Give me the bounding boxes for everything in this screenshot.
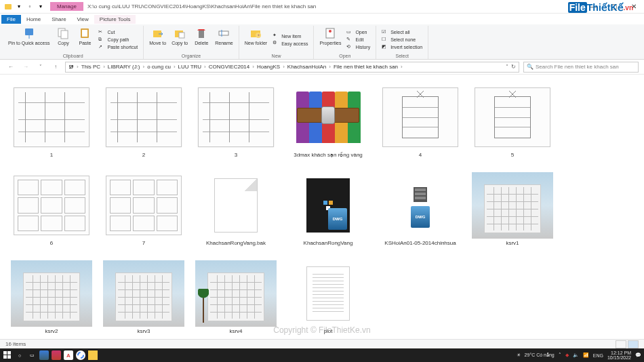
tray-lang[interactable]: ENG — [593, 353, 603, 358]
select-none-button[interactable]: ☐Select none — [380, 37, 424, 43]
tab-view[interactable]: View — [72, 15, 94, 24]
copy-button[interactable]: Copy — [54, 26, 73, 54]
copy-path-button[interactable]: ⧉Copy path — [97, 37, 139, 43]
tray-icon[interactable]: ◆ — [565, 353, 569, 358]
tray-icon[interactable]: 📶 — [583, 353, 589, 358]
file-label: KhachsanRongVang — [304, 240, 353, 247]
file-label: ksrv3 — [137, 328, 150, 335]
file-item[interactable]: 2 — [98, 81, 190, 169]
task-search-button[interactable]: ○ — [15, 350, 24, 360]
new-folder-button[interactable]: ✦New folder — [243, 26, 268, 54]
view-icons-button[interactable] — [628, 340, 639, 348]
tab-share[interactable]: Share — [46, 15, 71, 24]
file-item[interactable]: ksrv4 — [190, 258, 282, 339]
qat-dropdown-icon[interactable]: ▾ — [15, 3, 23, 11]
paste-shortcut-button[interactable]: ↗Paste shortcut — [97, 44, 139, 51]
recent-dropdown[interactable]: ˅ — [35, 62, 46, 73]
search-box[interactable]: 🔍 Search File nen thiet ke khach san — [523, 62, 639, 73]
invert-icon: ◩ — [382, 44, 388, 51]
qat-new-icon[interactable]: ▾ — [37, 3, 45, 11]
svg-rect-20 — [415, 197, 426, 199]
newfolder-icon: ✦ — [249, 27, 262, 39]
back-button[interactable]: ← — [5, 62, 16, 73]
pin-quickaccess-button[interactable]: Pin to Quick access — [7, 26, 51, 54]
select-all-button[interactable]: ☑Select all — [380, 29, 424, 36]
svg-rect-10 — [219, 31, 228, 35]
rename-button[interactable]: Rename — [214, 26, 234, 54]
file-item[interactable]: 3 — [190, 81, 282, 169]
weather-text[interactable]: 29°C Có nắng — [525, 353, 555, 358]
file-item[interactable]: 7 — [98, 169, 190, 258]
file-label: 2 — [142, 152, 145, 159]
file-item[interactable]: 4 — [374, 81, 466, 169]
file-item[interactable]: 5 — [466, 81, 559, 169]
svg-rect-19 — [415, 193, 426, 195]
easyaccess-icon: ⚙ — [273, 40, 279, 47]
paste-button[interactable]: Paste — [75, 26, 94, 54]
clock[interactable]: 12:12 PM 10/15/2022 — [607, 350, 631, 360]
crumb[interactable]: o cung cu — [147, 64, 171, 70]
task-app[interactable]: A — [64, 350, 73, 360]
status-bar: 16 items — [0, 339, 644, 348]
weather-icon[interactable]: ☀ — [517, 353, 521, 358]
task-app[interactable] — [88, 350, 98, 360]
crumb[interactable]: File nen thiet ke khach san — [334, 64, 398, 70]
file-view[interactable]: 1233dmax khách sạn rồng vàng4567Khachsan… — [0, 75, 644, 339]
delete-button[interactable]: Delete — [192, 26, 211, 54]
tab-file[interactable]: File — [1, 15, 21, 24]
crumb-root[interactable]: This PC — [81, 64, 100, 70]
easy-access-button[interactable]: ⚙Easy access — [271, 40, 309, 47]
file-thumbnail — [11, 260, 92, 327]
svg-rect-23 — [3, 355, 7, 359]
file-item[interactable]: ksrv3 — [98, 258, 190, 339]
crumb[interactable]: LUU TRU — [178, 64, 202, 70]
view-details-button[interactable] — [616, 340, 626, 348]
watermark-logo: FileThiếtKế.vn — [568, 2, 633, 13]
task-app[interactable] — [39, 350, 49, 360]
file-item[interactable]: ksrv1 — [466, 169, 559, 258]
up-button[interactable]: ↑ — [50, 62, 61, 73]
file-label: ksrv1 — [506, 240, 519, 247]
svg-rect-24 — [7, 355, 11, 359]
new-item-button[interactable]: ✦New item — [271, 33, 309, 39]
tray-icon[interactable]: 🔈 — [573, 353, 579, 358]
invert-selection-button[interactable]: ◩Invert selection — [380, 44, 424, 51]
search-icon: 🔍 — [527, 64, 534, 70]
file-item[interactable]: 1 — [5, 81, 98, 169]
edit-button[interactable]: ✎Edit — [345, 37, 371, 43]
file-item[interactable]: DWGKSHoiAn01-05-2014chinhsua — [374, 169, 466, 258]
copyto-button[interactable]: Copy to — [170, 26, 189, 54]
properties-button[interactable]: Properties — [318, 26, 342, 54]
file-item[interactable]: DWGKhachsanRongVang — [282, 169, 374, 258]
history-button[interactable]: ⟲History — [345, 44, 371, 51]
file-item[interactable]: 3dmax khách sạn rồng vàng — [282, 81, 374, 169]
start-button[interactable] — [3, 350, 12, 360]
tab-picture-tools[interactable]: Picture Tools — [94, 15, 136, 24]
crumb[interactable]: CONGVIEC2014 — [209, 64, 249, 70]
address-bar[interactable]: 🖳 › This PC ›LIBRARY (J:) ›o cung cu ›LU… — [65, 62, 519, 73]
context-tab-manage: Manage — [50, 2, 83, 11]
file-item[interactable]: 6 — [5, 169, 98, 258]
file-label: 5 — [511, 152, 514, 159]
crumb[interactable]: LIBRARY (J:) — [108, 64, 140, 70]
qat-props-icon[interactable]: ▫ — [26, 3, 34, 11]
cut-button[interactable]: ✂Cut — [97, 29, 139, 36]
tray-chevron-icon[interactable]: ˄ — [559, 353, 561, 358]
task-view-button[interactable]: ▭ — [27, 350, 37, 360]
file-item[interactable]: ksrv2 — [5, 258, 98, 339]
open-button[interactable]: ▭Open — [345, 29, 371, 36]
watermark-center: Copyright © FileThietKe.vn — [273, 325, 371, 335]
file-item[interactable]: KhachsanRongVang.bak — [190, 169, 282, 258]
pc-icon: 🖳 — [68, 64, 74, 70]
file-thumbnail: DWG — [287, 172, 369, 239]
moveto-button[interactable]: Move to — [148, 26, 167, 54]
task-app[interactable] — [76, 350, 85, 360]
task-app[interactable] — [52, 350, 61, 360]
crumb[interactable]: KhachsanHoiAn — [287, 64, 326, 70]
navbar: ← → ˅ ↑ 🖳 › This PC ›LIBRARY (J:) ›o cun… — [0, 60, 644, 75]
crumb[interactable]: HoangKS — [257, 64, 280, 70]
notification-icon[interactable]: 💬 — [635, 353, 641, 358]
refresh-dropdown[interactable]: ˅ ↻ — [506, 64, 516, 70]
forward-button[interactable]: → — [20, 62, 31, 73]
tab-home[interactable]: Home — [21, 15, 46, 24]
